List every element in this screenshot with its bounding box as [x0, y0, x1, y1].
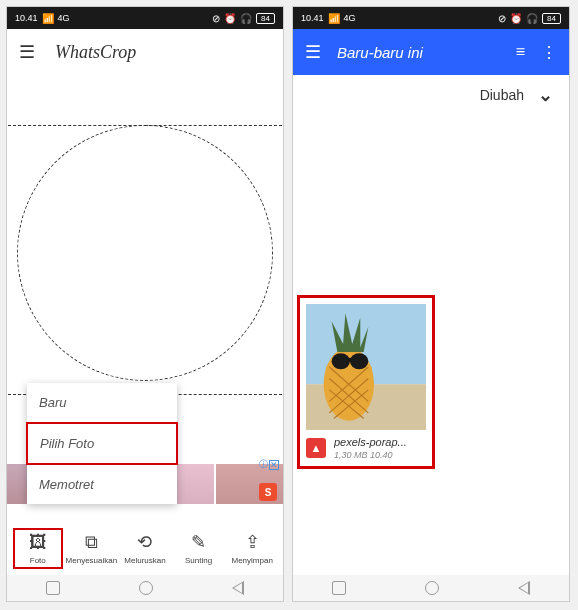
- bottom-toolbar: 🖼 Foto ⧉ Menyesuaikan ⟲ Meluruskan ✎ Sun…: [7, 519, 283, 573]
- tool-label: Sunting: [185, 556, 212, 565]
- pencil-icon: ✎: [191, 531, 206, 553]
- tool-label: Menyimpan: [231, 556, 272, 565]
- photo-menu-popup: Baru Pilih Foto Memotret: [27, 383, 177, 504]
- hamburger-icon[interactable]: ☰: [305, 41, 321, 63]
- tool-menyesuaikan[interactable]: ⧉ Menyesuaikan: [66, 532, 116, 565]
- file-info: pexels-porap... 1,30 MB 10.40: [334, 436, 426, 460]
- system-nav-bar: [7, 575, 283, 601]
- svg-point-3: [332, 353, 350, 369]
- rotate-icon: ⟲: [137, 531, 152, 553]
- status-left: 10.41 📶 4G: [15, 13, 70, 24]
- status-bar: 10.41 📶 4G ⊘ ⏰ 🎧 84: [7, 7, 283, 29]
- battery-indicator: 84: [256, 13, 275, 24]
- battery-indicator: 84: [542, 13, 561, 24]
- file-name: pexels-porap...: [334, 436, 426, 448]
- ad-label: ⓘ ✕: [259, 458, 279, 471]
- sort-filter-row[interactable]: Diubah ⌄: [293, 75, 569, 115]
- chevron-down-icon: ⌄: [538, 84, 553, 106]
- crop-circle: [17, 125, 273, 381]
- status-right: ⊘ ⏰ 🎧 84: [212, 13, 275, 24]
- shop-badge-icon[interactable]: S: [259, 483, 277, 501]
- status-right: ⊘ ⏰ 🎧 84: [498, 13, 561, 24]
- home-icon[interactable]: [425, 581, 439, 595]
- back-icon[interactable]: [518, 581, 530, 595]
- recents-icon[interactable]: [46, 581, 60, 595]
- menu-item-baru[interactable]: Baru: [27, 383, 177, 422]
- status-time: 10.41: [15, 13, 38, 23]
- file-details: 1,30 MB 10.40: [334, 450, 426, 460]
- list-view-icon[interactable]: ≡: [516, 43, 525, 61]
- tool-label: Foto: [30, 556, 46, 565]
- file-picker-header: ☰ Baru-baru ini ≡ ⋮: [293, 29, 569, 75]
- status-left: 10.41 📶 4G: [301, 13, 356, 24]
- network-label: 4G: [58, 13, 70, 23]
- image-file-icon: ▲: [306, 438, 326, 458]
- svg-rect-5: [348, 358, 355, 361]
- home-icon[interactable]: [139, 581, 153, 595]
- dnd-icon: ⊘: [212, 13, 220, 24]
- recents-icon[interactable]: [332, 581, 346, 595]
- status-time: 10.41: [301, 13, 324, 23]
- phone-left: 10.41 📶 4G ⊘ ⏰ 🎧 84 ☰ WhatsCrop ⓘ ✕ S Ba…: [6, 6, 284, 602]
- page-title: Baru-baru ini: [337, 44, 500, 61]
- sort-label: Diubah: [480, 87, 524, 103]
- tool-label: Meluruskan: [124, 556, 165, 565]
- signal-icon: 📶: [328, 13, 340, 24]
- status-bar: 10.41 📶 4G ⊘ ⏰ 🎧 84: [293, 7, 569, 29]
- share-icon: ⇪: [245, 531, 260, 553]
- menu-item-memotret[interactable]: Memotret: [27, 465, 177, 504]
- tool-label: Menyesuaikan: [66, 556, 118, 565]
- phone-right: 10.41 📶 4G ⊘ ⏰ 🎧 84 ☰ Baru-baru ini ≡ ⋮ …: [292, 6, 570, 602]
- alarm-icon: ⏰: [224, 13, 236, 24]
- tool-meluruskan[interactable]: ⟲ Meluruskan: [120, 531, 170, 565]
- back-icon[interactable]: [232, 581, 244, 595]
- tool-sunting[interactable]: ✎ Sunting: [174, 531, 224, 565]
- system-nav-bar: [293, 575, 569, 601]
- file-card[interactable]: ▲ pexels-porap... 1,30 MB 10.40: [297, 295, 435, 469]
- file-grid[interactable]: ▲ pexels-porap... 1,30 MB 10.40: [293, 115, 569, 601]
- network-label: 4G: [344, 13, 356, 23]
- ad-close-icon[interactable]: ✕: [269, 460, 279, 470]
- file-meta: ▲ pexels-porap... 1,30 MB 10.40: [306, 436, 426, 460]
- dnd-icon: ⊘: [498, 13, 506, 24]
- headphones-icon: 🎧: [526, 13, 538, 24]
- kebab-menu-icon[interactable]: ⋮: [541, 43, 557, 62]
- tool-menyimpan[interactable]: ⇪ Menyimpan: [227, 531, 277, 565]
- alarm-icon: ⏰: [510, 13, 522, 24]
- hamburger-icon[interactable]: ☰: [19, 41, 35, 63]
- headphones-icon: 🎧: [240, 13, 252, 24]
- tool-foto[interactable]: 🖼 Foto: [13, 528, 63, 569]
- app-header: ☰ WhatsCrop: [7, 29, 283, 75]
- app-title: WhatsCrop: [55, 42, 136, 63]
- ad-info-icon[interactable]: ⓘ: [259, 458, 268, 471]
- image-icon: 🖼: [29, 532, 47, 553]
- crop-icon: ⧉: [85, 532, 98, 553]
- signal-icon: 📶: [42, 13, 54, 24]
- file-thumbnail: [306, 304, 426, 430]
- menu-item-pilih-foto[interactable]: Pilih Foto: [26, 422, 178, 465]
